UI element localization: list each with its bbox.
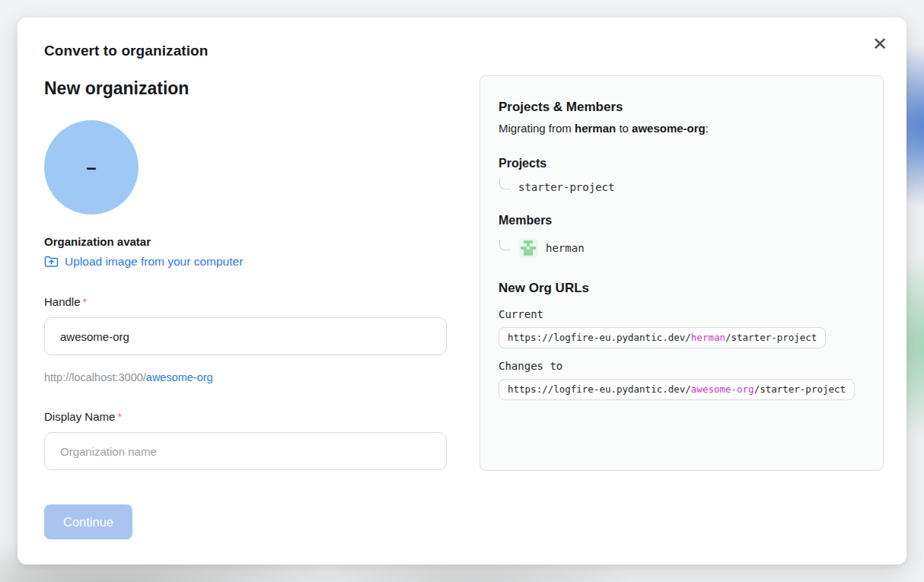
handle-input[interactable] xyxy=(44,317,447,355)
handle-label-text: Handle xyxy=(44,295,81,308)
migrating-prefix: Migrating from xyxy=(499,122,575,135)
upload-image-link[interactable]: Upload image from your computer xyxy=(44,253,243,270)
migrating-to: awesome-org xyxy=(632,122,706,135)
modal-title: Convert to organization xyxy=(44,43,209,59)
new-org-urls-heading: New Org URLs xyxy=(499,280,865,297)
close-icon[interactable]: ✕ xyxy=(867,31,893,57)
panel-title: Projects & Members xyxy=(499,99,865,116)
organization-avatar: – xyxy=(44,120,139,215)
display-name-label-text: Display Name xyxy=(44,410,115,423)
migrating-summary: Migrating from herman to awesome-org: xyxy=(499,120,865,136)
member-name: herman xyxy=(546,242,585,254)
display-name-input[interactable] xyxy=(44,432,447,470)
form-heading: New organization xyxy=(44,77,447,100)
upload-folder-icon xyxy=(44,256,59,268)
members-heading: Members xyxy=(499,212,865,228)
required-mark: * xyxy=(117,411,121,423)
current-url-prefix: https://logfire-eu.pydantic.dev/ xyxy=(508,332,691,343)
projects-members-panel: Projects & Members Migrating from herman… xyxy=(480,75,884,471)
current-url-suffix: /starter-project xyxy=(725,332,817,343)
changes-to-url-box: https://logfire-eu.pydantic.dev/awesome-… xyxy=(499,379,855,400)
upload-link-label: Upload image from your computer xyxy=(65,253,243,270)
url-prefix: http://localhost:3000/ xyxy=(44,371,146,383)
avatar-initial: – xyxy=(86,158,96,177)
current-url-box: https://logfire-eu.pydantic.dev/herman/s… xyxy=(499,327,826,348)
projects-heading: Projects xyxy=(499,155,865,171)
current-url-highlight: herman xyxy=(691,332,725,343)
display-name-label: Display Name* xyxy=(44,409,447,425)
current-url-label: Current xyxy=(499,308,865,320)
required-mark: * xyxy=(83,296,87,308)
new-organization-form: New organization – Organization avatar U… xyxy=(44,77,447,539)
herman-identicon-avatar xyxy=(518,238,538,258)
tree-branch-icon xyxy=(499,179,511,189)
migrating-from: herman xyxy=(575,122,616,135)
handle-label: Handle* xyxy=(44,294,447,310)
avatar-label: Organization avatar xyxy=(44,234,447,250)
continue-button[interactable]: Continue xyxy=(44,504,132,539)
member-row: herman xyxy=(499,238,865,258)
url-handle: awesome-org xyxy=(146,371,213,383)
changes-url-highlight: awesome-org xyxy=(691,383,754,395)
changes-url-prefix: https://logfire-eu.pydantic.dev/ xyxy=(508,383,691,395)
migrating-suffix: : xyxy=(706,122,709,135)
migrating-middle: to xyxy=(616,122,632,135)
changes-to-label: Changes to xyxy=(499,360,865,372)
convert-to-organization-modal: Convert to organization ✕ New organizati… xyxy=(18,17,906,565)
project-row: starter-project xyxy=(499,181,865,193)
project-name: starter-project xyxy=(518,181,614,193)
tree-branch-icon xyxy=(499,240,511,250)
changes-url-suffix: /starter-project xyxy=(754,383,846,395)
handle-url-preview: http://localhost:3000/awesome-org xyxy=(44,370,447,385)
